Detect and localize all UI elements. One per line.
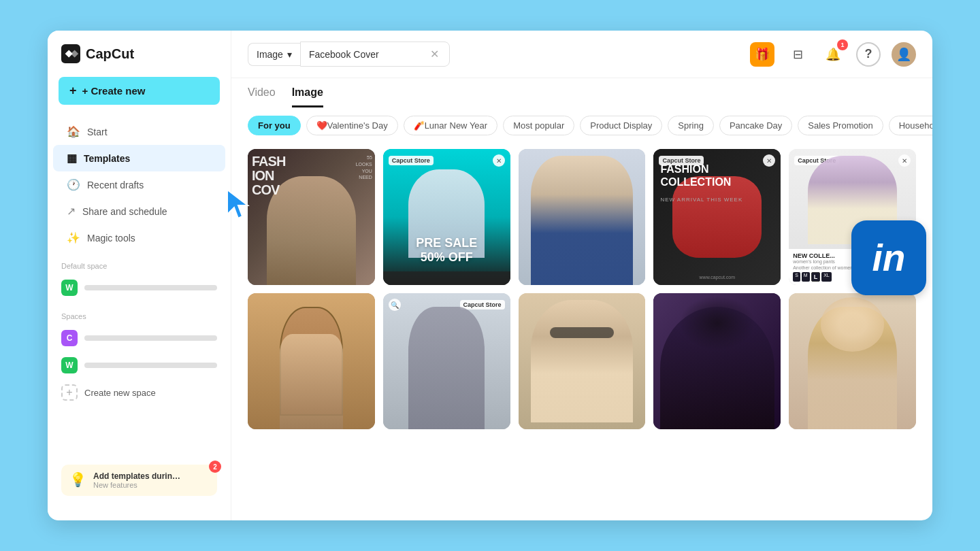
notif-icon: 💡 [69, 471, 86, 488]
search-icon-7: 🔍 [389, 299, 401, 311]
default-space-bar [84, 285, 217, 290]
cat-pill-sales[interactable]: Sales Promotion [798, 116, 883, 135]
template-card-new-coll[interactable]: Capcut Store ✕ NEW COLLE... women's long… [789, 149, 916, 285]
space-avatar-c: C [61, 330, 78, 346]
nav-label-share: Share and schedule [82, 206, 167, 217]
categories-area: For you ❤️Valentine's Day 🧨Lunar New Yea… [231, 107, 932, 144]
gift-icon-button[interactable]: 🎁 [750, 42, 774, 67]
sidebar-bottom: 💡 Add templates durin… New features 2 [48, 454, 231, 507]
template-card-dark-person[interactable] [653, 293, 781, 429]
cat-label-spring: Spring [678, 120, 704, 131]
space-bar-c [84, 335, 217, 341]
search-input-wrap: ✕ [300, 41, 450, 67]
top-bar: Image ▾ ✕ 🎁 ⊟ 🔔 1 ? 👤 [231, 31, 932, 78]
sidebar-item-magic-tools[interactable]: ✨ Magic tools [53, 224, 225, 251]
app-name: CapCut [86, 46, 134, 62]
magic-icon: ✨ [67, 231, 80, 244]
default-space-item[interactable]: W [48, 274, 231, 301]
cat-pill-spring[interactable]: Spring [668, 116, 714, 135]
close-icon-4: ✕ [763, 154, 775, 167]
templates-grid: FASHIONCOV 55LOOKSYOUNEED Capcut Store [231, 144, 932, 520]
cat-pill-valentines[interactable]: ❤️Valentine's Day [306, 116, 398, 135]
sidebar: CapCut + + Create new 🏠 Start ▦ Template… [48, 31, 231, 520]
spaces-label: Spaces [48, 301, 231, 324]
tabs-area: Video Image [231, 78, 932, 107]
cat-pill-lunar[interactable]: 🧨Lunar New Year [404, 116, 498, 135]
default-space-label: Default space [48, 251, 231, 274]
help-icon-button[interactable]: ? [856, 42, 881, 67]
sidebar-item-share-schedule[interactable]: ↗ Share and schedule [53, 198, 225, 224]
create-new-label: + Create new [82, 85, 146, 97]
sidebar-item-start[interactable]: 🏠 Start [53, 118, 225, 145]
search-type-label: Image [257, 49, 283, 60]
bell-badge: 1 [837, 39, 848, 50]
space-bar-w [84, 363, 217, 368]
bell-icon-button[interactable]: 🔔 1 [821, 42, 845, 67]
space-item-c[interactable]: C [48, 324, 231, 352]
user-avatar[interactable]: 👤 [892, 42, 916, 67]
templates-row-1: FASHIONCOV 55LOOKSYOUNEED Capcut Store [248, 149, 916, 285]
template-card-blonde[interactable] [789, 293, 916, 429]
share-icon: ↗ [67, 205, 76, 218]
tab-video[interactable]: Video [248, 86, 276, 107]
cat-pill-household[interactable]: Household [889, 116, 932, 135]
capcut-label-7: Capcut Store [460, 300, 505, 310]
clear-search-button[interactable]: ✕ [430, 48, 439, 61]
notif-subtitle: New features [93, 481, 180, 489]
cat-label-popular: Most popular [513, 120, 564, 131]
nav-label-magic: Magic tools [87, 233, 135, 244]
template-card-door[interactable] [248, 293, 375, 429]
dropdown-chevron-icon: ▾ [287, 49, 292, 60]
search-input[interactable] [309, 49, 425, 60]
cat-label-household: Household [899, 120, 932, 131]
template-card-sunglasses[interactable] [519, 293, 646, 429]
template-card-person2[interactable]: 🔍 Capcut Store [383, 293, 510, 429]
stack-icon-button[interactable]: ⊟ [785, 42, 810, 67]
notif-title: Add templates durin… [93, 471, 180, 481]
space-avatar-w: W [61, 357, 78, 373]
notif-text: Add templates durin… New features [93, 471, 180, 489]
clock-icon: 🕐 [67, 178, 80, 191]
search-type-dropdown[interactable]: Image ▾ [248, 43, 300, 66]
cat-label-product: Product Display [590, 120, 652, 131]
close-icon-1: ✕ [493, 154, 505, 167]
cat-label-valentines: ❤️Valentine's Day [316, 120, 388, 131]
templates-row-2: 🔍 Capcut Store [248, 293, 916, 429]
cat-pill-popular[interactable]: Most popular [503, 116, 574, 135]
create-space-icon: + [61, 384, 78, 401]
top-icons: 🎁 ⊟ 🔔 1 ? 👤 [750, 42, 916, 67]
create-space-button[interactable]: + Create new space [48, 379, 231, 406]
search-area: Image ▾ ✕ [248, 41, 450, 67]
cat-pill-for-you[interactable]: For you [248, 116, 301, 135]
template-card-street[interactable] [519, 149, 646, 285]
templates-icon: ▦ [67, 152, 77, 165]
template-card-fashion-mag[interactable]: FASHIONCOV 55LOOKSYOUNEED [248, 149, 375, 285]
capcut-logo-icon [61, 44, 80, 63]
sidebar-item-templates[interactable]: ▦ Templates [53, 145, 225, 171]
cat-label-pancake: Pancake Day [730, 120, 782, 131]
tab-image[interactable]: Image [292, 86, 323, 107]
nav-label-recent: Recent drafts [87, 180, 144, 190]
sidebar-item-recent-drafts[interactable]: 🕐 Recent drafts [53, 171, 225, 198]
cat-label-sales: Sales Promotion [808, 120, 872, 131]
notif-badge: 2 [209, 461, 221, 473]
cat-pill-pancake[interactable]: Pancake Day [719, 116, 792, 135]
cat-label-for-you: For you [258, 120, 291, 131]
template-card-fashion-col[interactable]: Capcut Store ✕ FASHIONCOLLECTION NEW ARR… [653, 149, 781, 285]
plus-icon: + [69, 84, 77, 98]
space-item-w[interactable]: W [48, 352, 231, 379]
main-content: Image ▾ ✕ 🎁 ⊟ 🔔 1 ? 👤 [231, 31, 932, 520]
close-icon-5: ✕ [898, 154, 911, 167]
create-space-label: Create new space [84, 388, 156, 398]
nav-label-templates: Templates [84, 153, 130, 164]
create-new-button[interactable]: + + Create new [59, 77, 220, 105]
linkedin-overlay: in [851, 220, 926, 295]
home-icon: 🏠 [67, 125, 80, 138]
notification-banner[interactable]: 💡 Add templates durin… New features 2 [61, 465, 217, 496]
cat-label-lunar: 🧨Lunar New Year [414, 120, 488, 131]
logo-area: CapCut [48, 44, 231, 77]
cat-pill-product[interactable]: Product Display [580, 116, 662, 135]
template-card-presale[interactable]: Capcut Store ✕ PRE SALE50% OFF [383, 149, 510, 285]
default-space-avatar: W [61, 280, 78, 296]
capcut-store-label-1: Capcut Store [389, 156, 434, 165]
